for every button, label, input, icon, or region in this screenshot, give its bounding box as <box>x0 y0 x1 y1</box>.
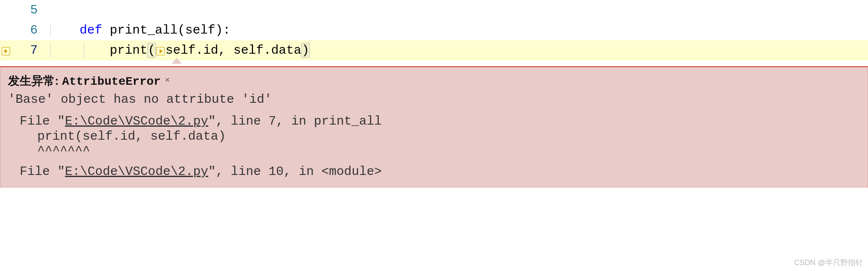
keyword-def: def <box>80 23 102 37</box>
paren-close: ) <box>301 43 310 58</box>
code-line-7-current[interactable]: 7 print(self.id, self.data) <box>0 40 868 60</box>
code-line-6[interactable]: 6 def print_all(self): <box>0 20 868 40</box>
traceback-file-link[interactable]: E:\Code\VSCode\2.py <box>65 164 208 179</box>
exception-panel: 发生异常: AttributeError ✕ 'Base' object has… <box>0 66 868 188</box>
function-name: print_all <box>110 23 178 37</box>
code-content[interactable]: print(self.id, self.data) <box>45 43 310 58</box>
line-number: 7 <box>12 43 45 57</box>
code-content[interactable]: def print_all(self): <box>45 23 230 37</box>
run-icon <box>2 47 10 55</box>
call-print: print <box>110 43 147 57</box>
traceback-frame: File "E:\Code\VSCode\2.py", line 10, in … <box>20 164 860 179</box>
traceback-frame: File "E:\Code\VSCode\2.py", line 7, in p… <box>20 114 860 128</box>
exception-type: AttributeError <box>62 75 160 88</box>
code-line-5[interactable]: 5 <box>0 0 868 20</box>
exception-pointer-icon <box>172 58 182 64</box>
debug-inline-run-icon[interactable] <box>156 47 165 55</box>
traceback-file-link[interactable]: E:\Code\VSCode\2.py <box>65 114 208 128</box>
exception-header: 发生异常: AttributeError ✕ <box>8 73 860 89</box>
exception-message: 'Base' object has no attribute 'id' <box>8 92 860 107</box>
line-number: 6 <box>12 23 45 37</box>
exception-title-prefix: 发生异常: <box>8 73 59 89</box>
close-icon[interactable]: ✕ <box>165 74 170 85</box>
traceback-caret: ^^^^^^^ <box>37 143 860 158</box>
line-number: 5 <box>12 3 45 17</box>
debug-current-line-icon[interactable] <box>0 46 12 55</box>
paren-open: ( <box>147 43 156 58</box>
code-editor[interactable]: 5 6 def print_all(self): 7 print(self.id… <box>0 0 868 188</box>
traceback-code: print(self.id, self.data) <box>37 129 860 143</box>
